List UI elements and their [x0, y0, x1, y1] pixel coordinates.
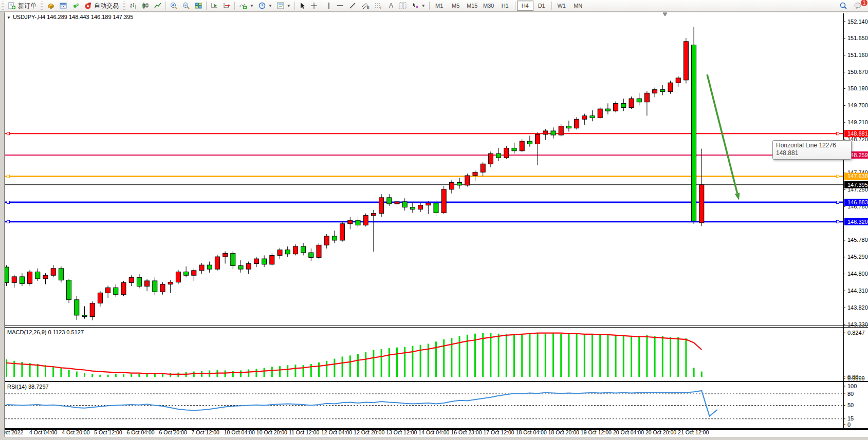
hline-handle[interactable]: [837, 201, 839, 204]
hline-handle[interactable]: [7, 201, 10, 204]
candle-body: [637, 99, 641, 102]
hline-handle[interactable]: [7, 132, 10, 135]
time-tick-label: 10 Oct 20:00: [256, 429, 287, 435]
candle-body: [434, 203, 438, 213]
indicators-icon: [238, 2, 248, 10]
timeframe-button-d1[interactable]: D1: [533, 1, 550, 11]
timeframe-button-mn[interactable]: MN: [570, 1, 586, 11]
line-chart-type-button[interactable]: [152, 0, 164, 11]
candle-body: [301, 246, 306, 253]
hline-handle[interactable]: [837, 132, 839, 135]
charts-style-button[interactable]: [45, 0, 57, 11]
macd-tick-label: 0.8247: [847, 330, 865, 336]
text-tool-button[interactable]: A: [385, 0, 397, 11]
rsi-tick-label: 50: [847, 402, 854, 408]
tile-windows-button[interactable]: [192, 0, 205, 11]
candle-body: [278, 250, 282, 256]
time-tick-label: 6 Oct 20:00: [159, 429, 187, 435]
templates-icon: [276, 2, 285, 10]
signal-icon: [71, 2, 80, 10]
dropdown-arrow-icon: ▼: [287, 4, 291, 8]
candle-body: [660, 90, 665, 92]
search-button[interactable]: [837, 0, 849, 11]
profile-window-button[interactable]: [57, 0, 69, 11]
timeframe-button-h4[interactable]: H4: [517, 1, 533, 11]
toolbar-grip: [2, 2, 4, 10]
candle-body: [605, 109, 610, 111]
dropdown-arrow-icon: ▼: [421, 4, 426, 8]
indicators-button[interactable]: ▼: [236, 0, 256, 11]
chart-title-bar: ▼USDJPY-,H4 146.289 148.443 146.189 147.…: [7, 14, 133, 20]
periods-button[interactable]: ▼: [256, 0, 274, 11]
candle-body: [356, 220, 360, 225]
candle-body: [543, 131, 548, 135]
data-signal-button[interactable]: [69, 0, 82, 11]
zoom-out-button[interactable]: [180, 0, 192, 11]
candle-chart-type-button[interactable]: [139, 0, 152, 11]
candle-body: [621, 103, 626, 107]
rsi-tick-label: 0: [847, 422, 851, 428]
cursor-icon: [299, 2, 306, 10]
candle-body: [465, 176, 470, 185]
hline-handle[interactable]: [7, 175, 10, 178]
timeframe-button-w1[interactable]: W1: [553, 1, 570, 11]
new-order-icon: [8, 2, 16, 10]
hline-handle[interactable]: [7, 220, 10, 223]
candle-body: [551, 131, 556, 135]
time-tick-label: 19 Oct 12:00: [581, 429, 612, 435]
bar-chart-type-button[interactable]: [127, 0, 139, 11]
time-tick-label: 11 Oct 12:00: [289, 429, 320, 435]
candle-body: [473, 172, 477, 176]
macd-tick-label: 0.0099: [847, 375, 865, 381]
chart-canvas[interactable]: 152.140151.650151.160150.670150.190149.7…: [0, 0, 868, 440]
arrows-tool-button[interactable]: ▼: [409, 0, 428, 11]
candle-body: [418, 205, 423, 209]
new-order-button[interactable]: 新订单: [6, 0, 39, 11]
trendline-tool-button[interactable]: [346, 0, 359, 11]
zoom-in-button[interactable]: [168, 0, 180, 11]
candle-body: [684, 42, 688, 80]
notifications-button[interactable]: 1: [852, 0, 865, 11]
hline-tooltip-price: 148.881: [776, 149, 848, 157]
timeframe-button-m1[interactable]: M1: [431, 1, 448, 11]
timeframe-button-m30[interactable]: M30: [481, 1, 497, 11]
price-tick-label: 149.210: [847, 119, 868, 125]
candle-body: [238, 265, 243, 269]
text-label-tool-button[interactable]: T: [397, 0, 409, 11]
timeframe-button-h1[interactable]: H1: [497, 1, 513, 11]
timeframe-button-m5[interactable]: M5: [448, 1, 464, 11]
templates-button[interactable]: ▼: [274, 0, 293, 11]
candle-body: [653, 90, 657, 93]
candle-body: [363, 216, 368, 225]
hline-price-label: 146.883: [847, 199, 868, 205]
candle-body: [535, 135, 540, 144]
crosshair-tool-button[interactable]: [308, 0, 320, 11]
rsi-tick-label: 15: [847, 415, 854, 422]
candle-body: [582, 116, 587, 119]
candle-body: [324, 236, 329, 245]
hline-price-label: 147.395: [847, 182, 868, 188]
svg-text:F: F: [380, 6, 382, 10]
candle-body: [629, 99, 634, 107]
candle-body: [348, 220, 353, 224]
chart-collapse-icon[interactable]: ▼: [7, 15, 11, 20]
candle-body: [207, 265, 212, 269]
main-toolbar: 新订单 自动交易 ▼ ▼ ▼ E F A T ▼: [0, 0, 868, 12]
auto-trading-label: 自动交易: [94, 2, 119, 10]
auto-trading-button[interactable]: 自动交易: [82, 0, 121, 11]
candle-body: [43, 275, 48, 279]
auto-trading-icon: [84, 2, 92, 10]
hline-handle[interactable]: [837, 220, 839, 223]
fibonacci-tool-button[interactable]: F: [372, 0, 385, 11]
vertical-line-tool-button[interactable]: [324, 0, 334, 11]
channel-tool-button[interactable]: E: [359, 0, 372, 11]
auto-scroll-button[interactable]: [208, 0, 220, 11]
horizontal-line-tool-button[interactable]: [334, 0, 346, 11]
chart-shift-button[interactable]: [220, 0, 233, 11]
candle-body: [559, 126, 563, 135]
hline-handle[interactable]: [837, 175, 839, 178]
timeframe-button-m15[interactable]: M15: [464, 1, 481, 11]
cursor-tool-button[interactable]: [297, 0, 308, 11]
candle-body: [90, 303, 95, 316]
new-order-label: 新订单: [17, 2, 37, 10]
